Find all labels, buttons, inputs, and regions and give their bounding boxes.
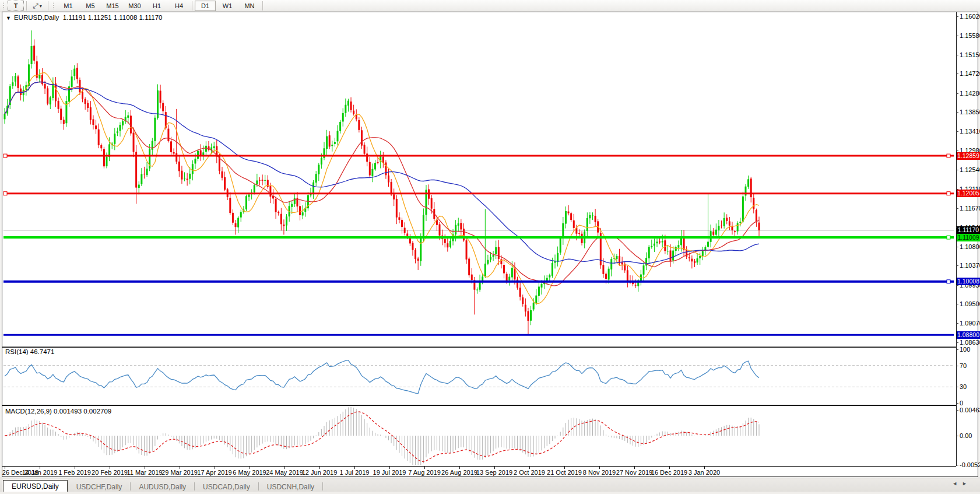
timeframe-button-w1[interactable]: W1 [217, 1, 238, 11]
chart-tab-usdcnh[interactable]: USDCNH,Daily [259, 481, 322, 492]
rsi-indicator-pane[interactable] [0, 348, 956, 405]
toolbar-separator [26, 1, 27, 10]
price-line-badge: 1.11009 [957, 234, 980, 241]
toolbar-grip[interactable] [2, 2, 5, 10]
date-axis-label: 11 Mar 2019 [127, 469, 163, 476]
timeframe-button-m5[interactable]: M5 [80, 1, 101, 11]
rsi-axis-label: 30 [960, 383, 967, 390]
chart-tab-bar: EURUSD,DailyUSDCHF,DailyAUDUSD,DailyUSDC… [0, 478, 980, 492]
macd-axis-label: 0.00463 [960, 407, 980, 414]
tab-separator [322, 482, 323, 491]
toolbar-grip[interactable] [52, 2, 55, 10]
date-axis-label: 3 Jan 2020 [689, 469, 720, 476]
date-axis-label: 1 Jul 2019 [340, 469, 370, 476]
date-axis-label: 7 Aug 2019 [408, 469, 441, 476]
price-axis-tick [956, 304, 958, 304]
timeframe-button-m1[interactable]: M1 [58, 1, 79, 11]
line-handle[interactable] [947, 236, 950, 239]
line-handle[interactable] [947, 154, 950, 157]
timeframe-button-h4[interactable]: H4 [168, 1, 189, 11]
price-axis-label: 1.12540 [960, 166, 980, 173]
current-price-badge: 1.11170 [957, 226, 980, 234]
rsi-axis-tick [956, 366, 958, 366]
price-axis-tick [956, 55, 958, 55]
price-axis-label: 1.13410 [960, 128, 980, 135]
price-chart-pane[interactable] [0, 12, 956, 345]
toolbar: T ⤢ ▾ M1M5M15M30H1H4D1W1MN [0, 0, 980, 12]
rsi-axis-label: 0 [960, 400, 963, 407]
bottom-strip [0, 492, 980, 494]
macd-axis-tick [956, 436, 958, 436]
macd-signal-line [5, 412, 759, 462]
price-axis-label: 1.11670 [960, 205, 980, 212]
price-line-badge: 1.08800 [957, 331, 980, 339]
chart-tab-audusd[interactable]: AUDUSD,Daily [131, 481, 194, 492]
rsi-axis-tick [956, 349, 958, 350]
date-axis-label: 27 Nov 2019 [616, 469, 652, 476]
scroll-right-icon[interactable]: ► [962, 481, 972, 486]
line-handle[interactable] [947, 280, 950, 283]
date-axis-label: 29 Mar 2019 [161, 469, 198, 476]
price-axis-label: 1.13850 [960, 108, 980, 115]
macd-axis-label: 0.00 [960, 432, 972, 439]
chart-tab-usdchf[interactable]: USDCHF,Daily [68, 481, 131, 492]
toolbar-separator [262, 1, 263, 10]
date-axis-label: 6 May 2019 [233, 469, 266, 476]
timeframe-button-h1[interactable]: H1 [146, 1, 167, 11]
ma-mid-line [5, 82, 759, 286]
text-tool-button[interactable]: T [8, 1, 24, 11]
price-axis-tick [956, 342, 958, 343]
timeframe-button-m30[interactable]: M30 [124, 1, 145, 11]
rsi-label: RSI(14) 46.7471 [5, 348, 54, 355]
price-axis-label: 1.15150 [960, 51, 980, 58]
timeframe-button-group: M1M5M15M30H1H4D1W1MN [57, 1, 265, 11]
macd-indicator-pane[interactable] [0, 406, 956, 466]
macd-histogram [5, 407, 759, 465]
timeframe-button-m15[interactable]: M15 [102, 1, 123, 11]
price-axis-label: 1.14280 [960, 90, 980, 97]
arrows-tool-button[interactable]: ⤢ ▾ [29, 1, 45, 11]
macd-axis-tick [956, 410, 958, 411]
date-axis-label: 21 Oct 2019 [547, 469, 582, 476]
date-axis-label: 24 May 2019 [266, 469, 303, 476]
price-axis-tick [956, 112, 958, 113]
price-axis-tick [956, 131, 958, 132]
timeframe-button-d1[interactable]: D1 [195, 1, 216, 11]
date-axis-label: 17 Apr 2019 [197, 469, 231, 476]
price-axis-tick [956, 73, 958, 74]
line-handle[interactable] [3, 192, 7, 195]
date-axis-label: 14 Jan 2019 [22, 469, 58, 476]
line-handle[interactable] [947, 192, 950, 195]
tab-scroll-arrows[interactable]: ◄► [952, 481, 972, 486]
toolbar-separator [48, 1, 48, 10]
pane-separator[interactable] [2, 346, 956, 346]
date-axis-label: 13 Sep 2019 [476, 469, 512, 476]
chart-tab-usdcad[interactable]: USDCAD,Daily [195, 481, 258, 492]
chart-tab-eurusd[interactable]: EURUSD,Daily [3, 480, 68, 492]
toolbar-separator [192, 1, 192, 10]
date-axis-label: 2 Oct 2019 [514, 469, 545, 476]
price-axis-label: 1.10370 [960, 262, 980, 269]
chevron-down-icon: ▾ [40, 3, 42, 9]
date-axis-label: 12 Jun 2019 [302, 469, 338, 476]
price-axis-tick [956, 93, 958, 94]
price-axis-tick [956, 170, 958, 170]
price-axis-label: 1.15580 [960, 32, 980, 39]
price-axis-tick [956, 150, 958, 151]
price-axis-tick [956, 208, 958, 209]
macd-axis-tick [956, 465, 958, 465]
pane-separator [2, 405, 956, 406]
macd-axis-label: -0.00529 [960, 461, 980, 468]
date-axis-label: 16 Dec 2019 [651, 469, 687, 476]
price-axis-tick [956, 265, 958, 266]
rsi-axis-tick [956, 387, 958, 387]
scroll-left-icon[interactable]: ◄ [952, 481, 962, 486]
price-axis-tick [956, 36, 958, 36]
timeframe-button-mn[interactable]: MN [239, 1, 260, 11]
price-axis-label: 1.09070 [960, 320, 980, 327]
date-axis-label: 8 Nov 2019 [583, 469, 616, 476]
trading-platform-screen: T ⤢ ▾ M1M5M15M30H1H4D1W1MN ▼EURUSD,Daily… [0, 0, 980, 494]
ma-fast-line [5, 73, 759, 304]
line-handle[interactable] [3, 154, 7, 157]
rsi-axis-label: 70 [960, 362, 967, 369]
